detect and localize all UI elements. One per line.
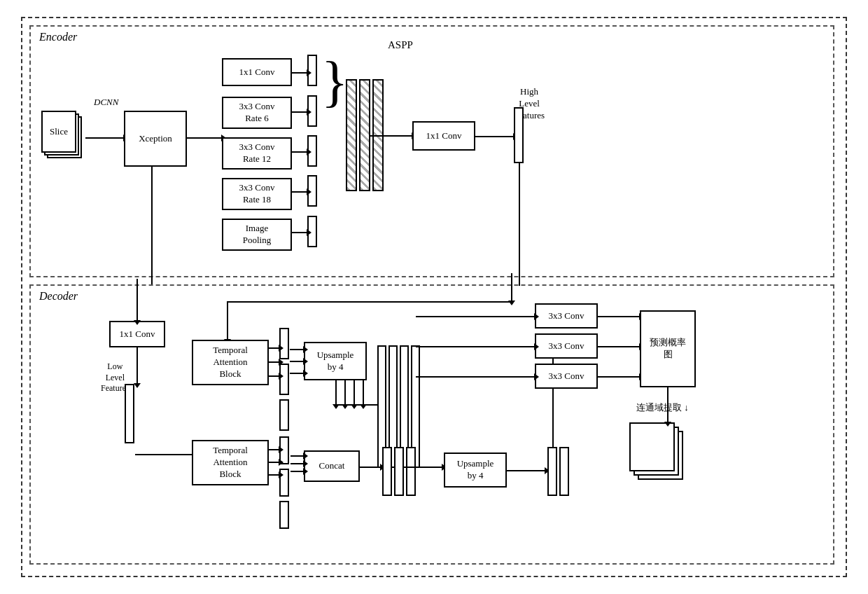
image-pooling-box: ImagePooling — [222, 219, 292, 251]
encoder-section: Encoder DCNN Slice Xception 1x1 Conv 3x3… — [29, 25, 834, 277]
arrow-conv-pred1 — [598, 316, 640, 317]
arrow-hf-to-dec — [511, 273, 512, 301]
arrow-f2-up4 — [290, 361, 304, 362]
arrow-up4t-3x3-1 — [416, 316, 535, 317]
arrow-xception-down — [151, 167, 153, 286]
arrow-conv-pred3 — [598, 376, 640, 378]
arrow-hf-down2 — [227, 301, 228, 340]
arrow-up4t-3x3-2 — [416, 346, 535, 347]
arrow-conv1-feat — [292, 72, 307, 74]
connected-label: 连通域提取 ↓ — [636, 401, 689, 414]
arrow-pool-feat — [292, 232, 307, 233]
arrow-up4-d3 — [354, 380, 355, 405]
arrow-f3-up4 — [290, 373, 304, 374]
arrow-concat-up4 — [404, 467, 442, 468]
arrow-conv1x1-hf — [475, 136, 514, 137]
upsample-4-1: Upsampleby 4 — [304, 342, 367, 380]
xception-box: Xception — [124, 111, 187, 167]
arrow-conv-pred2 — [598, 346, 640, 347]
feat-after-concat — [382, 447, 416, 496]
temporal-block-2: TemporalAttentionBlock — [192, 440, 269, 485]
arrow-hf-down — [519, 163, 520, 286]
decoder-section: Decoder 1x1 Conv LowLevelFeatures Tempor… — [29, 284, 834, 565]
arrow-fb3-concat — [290, 471, 304, 472]
arrow-tab2-f1 — [269, 449, 279, 450]
temporal-block-1: TemporalAttentionBlock — [192, 340, 269, 385]
conv3x3-3: 3x3 Conv — [535, 364, 598, 389]
upsample-4-2: Upsampleby 4 — [444, 453, 507, 488]
feat-right-bottom — [547, 447, 569, 496]
arrow-1x1-low — [136, 347, 138, 384]
arrow-tab1-f1 — [269, 347, 279, 349]
enc-conv1x1-box: 1x1 Conv — [412, 121, 475, 151]
arrow-tab2-f3 — [269, 474, 279, 476]
arrow-conv18-feat — [292, 191, 307, 193]
arrow-conv12-feat — [292, 151, 307, 153]
arrow-hf-horiz — [227, 301, 512, 303]
arrow-pred-connected — [667, 387, 668, 422]
encoder-label: Encoder — [39, 31, 77, 43]
conv-rate18-box: 3x3 ConvRate 18 — [222, 178, 292, 210]
arrow-conv6-feat — [292, 111, 307, 113]
dcnn-label: DCNN — [94, 97, 118, 108]
arrow-fb1-concat — [290, 455, 304, 457]
arrow-xception-convs — [187, 137, 222, 139]
arrow-tab2-f2 — [269, 462, 279, 463]
low-level-feat — [125, 384, 134, 443]
conv3x3-1: 3x3 Conv — [535, 303, 598, 329]
arrow-up4t-3x3-3 — [416, 376, 535, 378]
arrow-up4-d2 — [344, 380, 346, 405]
output-stack — [629, 422, 685, 485]
arrow-up4-d4 — [363, 380, 364, 405]
arrow-up4b-feat — [507, 470, 545, 471]
decoder-label: Decoder — [39, 290, 78, 303]
high-level-feat — [514, 107, 524, 163]
arrow-concat-feat — [360, 467, 381, 468]
predict-box: 预测概率图 — [640, 310, 696, 387]
slice-layer-1: Slice — [41, 111, 76, 153]
arrow-f1-up4 — [290, 349, 304, 350]
arrow-tab1-f3 — [269, 375, 279, 377]
conv-rate6-box: 3x3 ConvRate 6 — [222, 97, 292, 129]
conv3x3-2: 3x3 Conv — [535, 333, 598, 359]
arrow-tab1-f2 — [269, 361, 279, 363]
arrow-fb2-concat — [290, 463, 304, 464]
arrow-aspp-conv1x1 — [370, 135, 412, 137]
arrow-slice-xception — [85, 137, 124, 139]
aspp-label: ASPP — [388, 39, 413, 51]
diagram-container: Encoder DCNN Slice Xception 1x1 Conv 3x3… — [21, 17, 847, 577]
arrow-up4-d1 — [335, 380, 337, 405]
arrow-enc-to-1x1 — [136, 279, 138, 321]
conv-rate12-box: 3x3 ConvRate 12 — [222, 137, 292, 170]
conv-1x1-box: 1x1 Conv — [222, 58, 292, 86]
concat-box: Concat — [304, 450, 360, 482]
